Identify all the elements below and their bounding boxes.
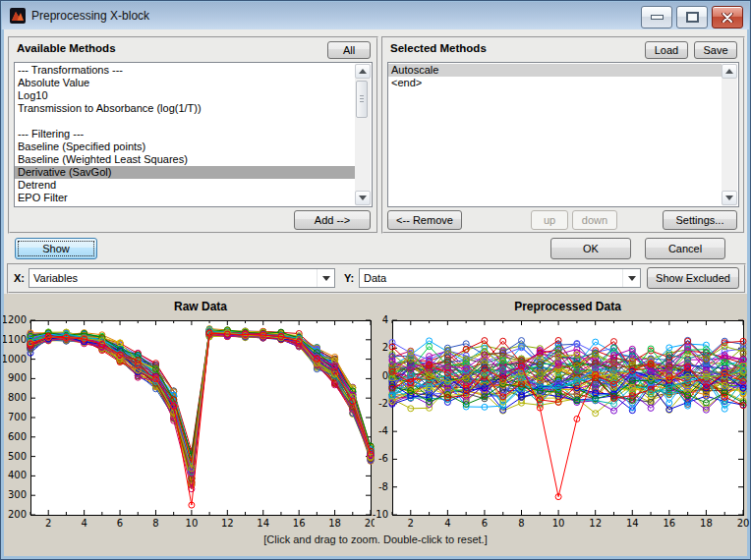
settings-button[interactable]: Settings... [663,210,737,230]
window-controls [641,6,743,28]
svg-text:16: 16 [293,518,306,529]
list-item[interactable]: Log10 [15,89,355,102]
raw-data-chart[interactable]: 2468101214161820200300400500600700800900… [3,315,375,533]
chevron-down-icon[interactable] [317,269,334,287]
y-axis-combobox[interactable]: Data [359,268,641,288]
maximize-icon [686,12,699,23]
svg-text:12: 12 [589,518,602,529]
chevron-down-icon[interactable] [622,269,640,287]
svg-text:10: 10 [552,518,565,529]
list-item[interactable]: Detrend [15,179,355,192]
list-item[interactable]: Derivative (SavGol) [15,166,355,179]
all-button[interactable]: All [327,41,371,59]
available-methods-panel: Available Methods All --- Transformation… [8,36,378,234]
svg-text:2: 2 [408,518,414,529]
maximize-button[interactable] [676,6,708,28]
svg-text:8: 8 [152,518,158,529]
list-item[interactable] [15,115,355,128]
list-item[interactable]: EPO Filter [15,192,355,204]
window-title: Preprocessing X-block [31,9,149,23]
minimize-button[interactable] [641,6,672,28]
svg-text:4: 4 [444,518,450,529]
remove-button[interactable]: <-- Remove [387,210,462,230]
svg-text:-2: -2 [378,398,388,409]
svg-text:2: 2 [382,342,388,353]
list-item[interactable]: <end> [388,77,722,89]
x-axis-combobox[interactable]: Variables [29,268,335,288]
save-button[interactable]: Save [694,41,737,59]
svg-text:-4: -4 [378,425,388,436]
svg-text:0: 0 [382,370,388,381]
zoom-hint-text: [Click and drag to zoom. Double-click to… [4,533,747,545]
matlab-app-icon [10,8,26,24]
selected-methods-list[interactable]: Autoscale<end> [387,62,739,207]
up-button[interactable]: up [531,210,568,230]
svg-text:600: 600 [8,431,27,442]
arrow-down-icon[interactable] [722,191,737,205]
list-item[interactable]: Autoscale [388,64,722,77]
svg-text:700: 700 [8,412,27,422]
preprocessing-window: Preprocessing X-block Available Methods … [0,0,751,560]
svg-text:6: 6 [117,518,123,529]
list-item[interactable]: Absolute Value [15,77,355,89]
svg-text:300: 300 [8,489,27,500]
available-methods-list[interactable]: --- Transformations ---Absolute ValueLog… [14,62,373,207]
svg-text:-6: -6 [378,453,388,464]
svg-text:1200: 1200 [3,315,27,325]
list-item[interactable]: --- Filtering --- [15,128,355,140]
x-axis-label: X: [14,272,25,284]
svg-text:16: 16 [663,518,675,529]
selected-methods-panel: Selected Methods Load Save Autoscale<end… [381,36,745,234]
svg-text:1100: 1100 [3,334,27,345]
svg-text:400: 400 [8,470,27,480]
selected-list-scrollbar[interactable] [722,64,737,205]
close-icon [722,13,733,23]
svg-text:500: 500 [8,451,27,462]
y-axis-label: Y: [344,272,354,284]
cancel-button[interactable]: Cancel [645,238,725,259]
ok-button[interactable]: OK [550,238,631,259]
titlebar: Preprocessing X-block [2,2,749,29]
svg-text:-8: -8 [378,481,388,492]
svg-text:12: 12 [221,518,234,529]
list-item[interactable]: Baseline (Specified points) [15,140,355,153]
svg-text:-10: -10 [373,509,388,520]
preprocessed-data-chart[interactable]: 2468101214161820-10-8-6-4-2024 [363,315,750,533]
scrollbar-thumb[interactable] [356,81,368,118]
close-button[interactable] [712,6,743,28]
svg-text:14: 14 [626,518,639,529]
available-list-scrollbar[interactable] [355,64,371,205]
available-methods-header: Available Methods [17,42,116,54]
svg-text:18: 18 [328,518,341,529]
svg-text:800: 800 [8,392,27,403]
arrow-up-icon[interactable] [722,64,737,79]
x-axis-value: Variables [33,272,78,284]
list-item[interactable]: Transmission to Absorbance (log(1/T)) [15,102,355,115]
svg-text:1000: 1000 [3,354,27,364]
svg-text:20: 20 [737,518,750,529]
down-button[interactable]: down [572,210,617,230]
svg-text:200: 200 [8,509,27,520]
svg-text:6: 6 [482,518,488,529]
svg-text:4: 4 [382,315,388,325]
arrow-down-icon[interactable] [355,191,371,205]
svg-text:10: 10 [186,518,199,529]
load-button[interactable]: Load [645,41,688,59]
list-item[interactable]: GLS Weighting [15,204,355,206]
svg-text:18: 18 [700,518,713,529]
svg-text:14: 14 [257,518,269,529]
raw-data-title: Raw Data [30,300,371,313]
selected-methods-header: Selected Methods [390,42,487,54]
minimize-icon [651,15,664,20]
preprocessed-data-title: Preprocessed Data [392,300,743,313]
svg-text:8: 8 [518,518,524,529]
add-button[interactable]: Add --> [294,210,371,230]
svg-text:4: 4 [81,518,87,529]
y-axis-value: Data [364,272,386,284]
show-button[interactable]: Show [15,238,97,259]
arrow-up-icon[interactable] [355,64,371,79]
list-item[interactable]: --- Transformations --- [15,64,355,77]
show-excluded-button[interactable]: Show Excluded [647,267,739,289]
svg-text:900: 900 [8,372,27,383]
list-item[interactable]: Baseline (Weighted Least Squares) [15,153,355,166]
